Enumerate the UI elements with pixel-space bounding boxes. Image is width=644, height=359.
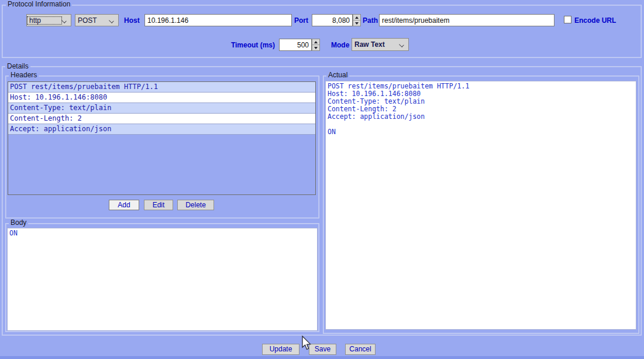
add-button[interactable]: Add [109, 200, 139, 210]
port-spinner[interactable] [353, 14, 361, 26]
details-group-label: Details [5, 63, 30, 70]
actual-textarea[interactable]: POST rest/items/pruebaitem HTTP/1.1 Host… [325, 81, 636, 330]
body-group-label: Body [9, 219, 28, 227]
save-button[interactable]: Save [309, 344, 336, 355]
path-input[interactable] [379, 14, 555, 26]
spinner-down-icon[interactable] [312, 45, 319, 50]
timeout-spinner[interactable] [312, 39, 320, 51]
header-list-item[interactable]: POST rest/items/pruebaitem HTTP/1.1 [8, 82, 315, 93]
update-button[interactable]: Update [262, 344, 299, 355]
spinner-down-icon[interactable] [353, 20, 360, 26]
headers-list[interactable]: POST rest/items/pruebaitem HTTP/1.1 Host… [8, 81, 316, 195]
scheme-dropdown[interactable]: http [26, 14, 71, 26]
host-input[interactable] [144, 14, 292, 26]
timeout-label: Timeout (ms) [230, 41, 275, 49]
protocol-information-group [2, 5, 642, 58]
method-dropdown[interactable]: POST [75, 14, 119, 26]
mode-label: Mode [331, 41, 349, 49]
chevron-down-icon [400, 42, 404, 47]
method-dropdown-value: POST [75, 16, 109, 25]
actual-group-label: Actual [326, 71, 349, 79]
header-list-item[interactable]: Content-Length: 2 [8, 114, 315, 124]
port-label: Port [294, 16, 308, 25]
spinner-up-icon[interactable] [353, 15, 360, 20]
path-label: Path [363, 16, 378, 25]
header-list-item[interactable]: Host: 10.196.1.146:8080 [8, 93, 315, 103]
cancel-button[interactable]: Cancel [345, 344, 376, 355]
port-input[interactable] [312, 14, 353, 26]
header-list-item[interactable]: Accept: application/json [8, 124, 315, 135]
mode-dropdown-value: Raw Text [352, 40, 400, 49]
window-bottom-edge [0, 356, 644, 359]
encode-url-checkbox[interactable] [564, 16, 571, 23]
edit-button[interactable]: Edit [144, 200, 173, 210]
host-label: Host [124, 16, 140, 25]
chevron-down-icon [62, 18, 67, 23]
body-textarea[interactable]: ON [7, 228, 318, 331]
spinner-up-icon[interactable] [312, 39, 319, 45]
chevron-down-icon [109, 18, 114, 23]
timeout-input[interactable] [279, 39, 312, 51]
delete-button[interactable]: Delete [177, 200, 214, 210]
mode-dropdown[interactable]: Raw Text [352, 38, 409, 51]
header-list-item[interactable]: Content-Type: text/plain [8, 103, 315, 114]
scheme-dropdown-value: http [27, 16, 62, 25]
headers-group-label: Headers [9, 71, 39, 79]
protocol-information-group-label: Protocol Information [6, 1, 72, 8]
encode-url-label: Encode URL [574, 16, 616, 25]
